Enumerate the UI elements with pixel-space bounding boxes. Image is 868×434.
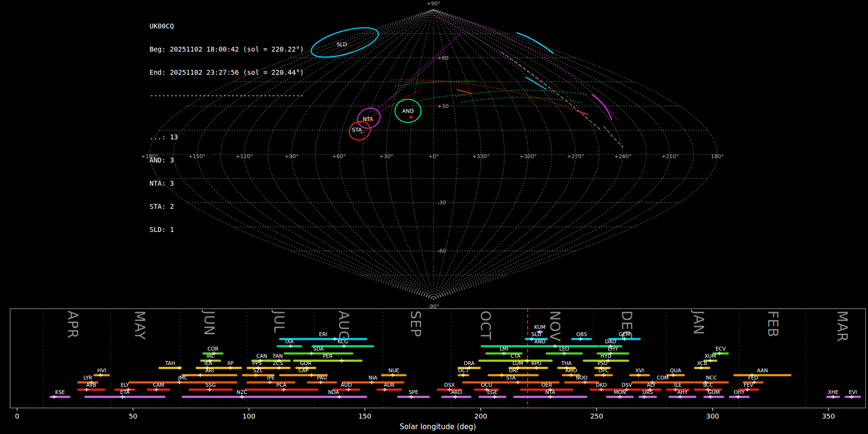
- lon-label: +240°: [614, 153, 632, 160]
- shower-label: AMO: [565, 367, 577, 373]
- shower-label: DPC: [598, 367, 609, 373]
- month-label: AUG: [336, 311, 352, 341]
- month-label: MAR: [834, 311, 850, 342]
- x-tick-label: 50: [129, 412, 137, 420]
- shower-label: ETA: [120, 389, 130, 395]
- shower-label: LMI: [500, 346, 508, 352]
- shower-bar: [244, 389, 319, 391]
- meteor-trail: [434, 15, 555, 95]
- shower-label: ORI: [509, 367, 518, 373]
- shower-label: EHY: [608, 346, 618, 352]
- shower-label: EVI: [849, 389, 857, 395]
- count-and: AND: 3: [149, 156, 304, 164]
- shower-label: DRA: [464, 360, 475, 366]
- shower-label: SDA: [313, 346, 325, 352]
- shower-label: ERI: [319, 331, 327, 337]
- shower-label: URS: [642, 389, 653, 395]
- shower-peak-marker: [84, 388, 89, 392]
- shower-label: NCC: [706, 375, 717, 380]
- month-label: JUN: [201, 310, 217, 336]
- shower-label: DSV: [622, 382, 633, 388]
- lon-label: +0°: [428, 153, 439, 160]
- end-time-line: End: 20251102 23:27:56 (sol = 220.44°): [149, 68, 304, 76]
- station-id: UK00CQ: [149, 22, 304, 30]
- shower-peak-marker: [553, 344, 557, 348]
- shower-peak-marker: [309, 352, 313, 355]
- shower-label: CTA: [511, 353, 521, 359]
- count-sporadic: ...: 13: [149, 133, 304, 141]
- shower-label: PAU: [317, 375, 327, 380]
- shower-peak-marker: [831, 395, 835, 399]
- lon-label: +60°: [332, 153, 346, 160]
- shower-bar: [377, 389, 402, 391]
- shower-bar: [638, 396, 657, 398]
- shower-label: HYD: [600, 353, 611, 359]
- shower-label: LUM: [513, 360, 523, 366]
- shower-label: ELY: [121, 382, 129, 388]
- shower-peak-marker: [154, 388, 158, 392]
- shower-label: SPE: [409, 389, 419, 395]
- shower-peak-marker: [309, 373, 313, 377]
- meteor-trail: [440, 12, 618, 121]
- shower-label: SCC: [703, 382, 713, 388]
- shower-label: AHY: [677, 389, 688, 395]
- lat-label: -30: [437, 200, 446, 206]
- month-label: JUL: [271, 310, 287, 333]
- shower-bar: [703, 396, 724, 398]
- shower-bar: [77, 389, 105, 391]
- shower-label: ZCS: [273, 360, 284, 366]
- shower-label: XVI: [636, 367, 644, 373]
- shower-label: GEM: [619, 331, 630, 337]
- shower-label: NUE: [389, 367, 399, 373]
- shower-label: DSX: [444, 382, 455, 388]
- activity-chart: APRMAYJUNJULAUGSEPOCTNOVDECJANFEBMAR0501…: [10, 309, 866, 431]
- shower-peak-marker: [254, 373, 258, 377]
- x-tick-label: 100: [243, 412, 256, 420]
- shower-label: IIP: [227, 360, 233, 366]
- shower-peak-marker: [718, 352, 722, 355]
- shower-label: SSG: [205, 382, 216, 388]
- shower-peak-marker: [502, 352, 506, 355]
- shower-label: XCB: [697, 360, 707, 366]
- shower-peak-marker: [177, 366, 181, 370]
- shower-label: ARD: [451, 389, 462, 395]
- shower-peak-marker: [599, 388, 603, 392]
- shower-bar: [668, 396, 696, 398]
- shower-label: JMC: [177, 375, 188, 380]
- lon-label: +300°: [519, 153, 537, 160]
- shower-label: SZC: [253, 367, 263, 373]
- shower-peak-marker: [618, 395, 622, 399]
- shower-peak-marker: [529, 337, 534, 341]
- shower-peak-marker: [708, 395, 712, 399]
- shower-peak-marker: [319, 380, 323, 384]
- lon-label: +210°: [662, 153, 679, 160]
- shower-label: KUM: [534, 324, 545, 330]
- shower-peak-marker: [671, 373, 675, 377]
- shower-label: FAN: [273, 353, 283, 359]
- shower-peak-marker: [277, 366, 281, 370]
- shower-peak-marker: [534, 366, 539, 370]
- shower-peak-marker: [342, 344, 346, 348]
- x-tick-label: 300: [706, 412, 719, 420]
- shower-counts: ...: 13 AND: 3 NTA: 3 STA: 2 SLD: 1: [149, 118, 304, 249]
- shower-peak-marker: [282, 388, 286, 392]
- meteor-trail: [592, 95, 611, 119]
- meteor-trail: [517, 33, 553, 53]
- shower-bar: [128, 381, 237, 384]
- month-label: SEP: [407, 311, 423, 337]
- x-tick-label: 200: [475, 412, 488, 420]
- shower-label: FED: [748, 375, 758, 380]
- separator-line: --------------------------------------: [149, 92, 304, 99]
- x-tick-label: 250: [590, 412, 603, 420]
- shower-label: NIA: [368, 375, 378, 380]
- shower-peak-marker: [708, 359, 712, 363]
- shower-label: PCA: [276, 382, 287, 388]
- shower-bar: [84, 396, 165, 398]
- month-label: OCT: [477, 311, 493, 340]
- shower-label: ILE: [674, 382, 682, 388]
- shower-label: ALY: [647, 382, 656, 388]
- shower-bar: [478, 396, 506, 398]
- shower-bar: [300, 396, 367, 398]
- meteor-trail: [526, 77, 546, 89]
- shower-peak-marker: [678, 395, 682, 399]
